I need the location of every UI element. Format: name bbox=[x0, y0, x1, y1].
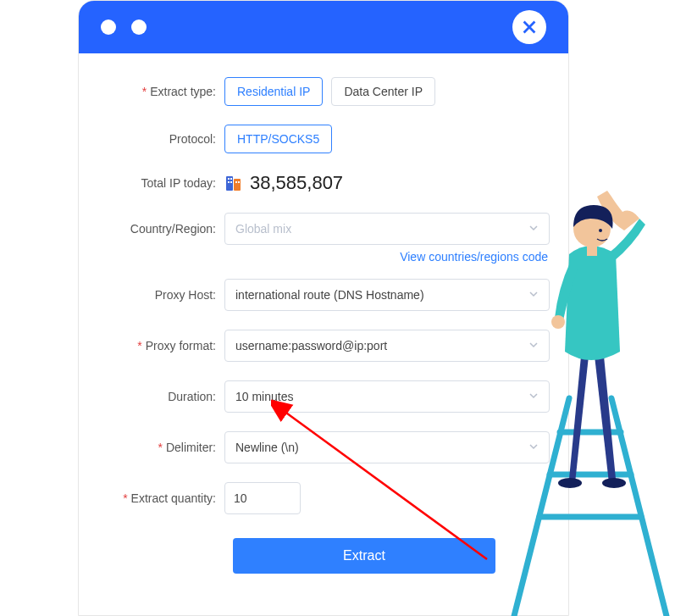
chevron-down-icon bbox=[528, 288, 539, 302]
window-dot bbox=[101, 19, 116, 35]
duration-select[interactable]: 10 minutes bbox=[224, 380, 550, 413]
svg-rect-19 bbox=[587, 244, 597, 256]
country-region-select[interactable]: Global mix bbox=[224, 213, 550, 245]
close-button[interactable] bbox=[512, 10, 546, 44]
required-mark: * bbox=[137, 339, 141, 352]
svg-rect-6 bbox=[235, 181, 237, 183]
option-residential-ip[interactable]: Residential IP bbox=[224, 77, 323, 106]
svg-rect-1 bbox=[234, 179, 241, 191]
close-icon bbox=[520, 18, 539, 36]
country-region-value: Global mix bbox=[235, 222, 291, 236]
chevron-down-icon bbox=[528, 441, 539, 454]
delimiter-value: Newline (\n) bbox=[235, 441, 299, 454]
proxy-host-value: international route (DNS Hostname) bbox=[235, 288, 424, 302]
svg-rect-4 bbox=[228, 181, 230, 183]
total-ip-value: 38,585,807 bbox=[250, 172, 343, 194]
svg-line-10 bbox=[611, 398, 667, 616]
option-protocol[interactable]: HTTP/SOCKS5 bbox=[224, 125, 332, 153]
proxy-format-select[interactable]: username:password@ip:port bbox=[224, 330, 550, 362]
proxy-format-value: username:password@ip:port bbox=[235, 339, 387, 352]
chevron-down-icon bbox=[528, 339, 539, 352]
settings-window: *Extract type: Residential IP Data Cente… bbox=[78, 0, 569, 616]
required-mark: * bbox=[158, 441, 162, 454]
label-extract-type: Extract type: bbox=[150, 85, 216, 98]
label-duration: Duration: bbox=[168, 390, 216, 403]
svg-rect-5 bbox=[230, 181, 232, 183]
chevron-down-icon bbox=[528, 390, 539, 403]
window-dot bbox=[131, 19, 147, 35]
duration-value: 10 minutes bbox=[235, 390, 293, 403]
titlebar bbox=[79, 1, 568, 53]
option-data-center-ip[interactable]: Data Center IP bbox=[331, 77, 435, 106]
svg-rect-2 bbox=[228, 178, 230, 180]
total-ip-value-group: 38,585,807 bbox=[224, 172, 343, 194]
required-mark: * bbox=[142, 85, 147, 98]
chevron-down-icon bbox=[528, 222, 539, 236]
label-total-ip: Total IP today: bbox=[141, 176, 216, 190]
svg-point-18 bbox=[599, 229, 602, 232]
label-proxy-host: Proxy Host: bbox=[155, 288, 216, 302]
quantity-input[interactable] bbox=[224, 482, 301, 514]
svg-point-17 bbox=[573, 210, 611, 247]
extract-button[interactable]: Extract bbox=[233, 538, 495, 574]
delimiter-select[interactable]: Newline (\n) bbox=[224, 431, 550, 463]
label-quantity: Extract quantity: bbox=[131, 491, 216, 505]
label-protocol: Protocol: bbox=[169, 132, 216, 146]
label-proxy-format: Proxy format: bbox=[146, 339, 216, 352]
svg-rect-3 bbox=[230, 178, 232, 180]
label-delimiter: Delimiter: bbox=[166, 441, 216, 454]
proxy-host-select[interactable]: international route (DNS Hostname) bbox=[224, 279, 550, 311]
label-country: Country/Region: bbox=[130, 222, 216, 236]
required-mark: * bbox=[123, 491, 127, 505]
window-dots bbox=[101, 19, 147, 35]
building-icon bbox=[224, 174, 243, 192]
svg-rect-7 bbox=[238, 181, 240, 183]
svg-point-15 bbox=[602, 478, 626, 488]
view-countries-link[interactable]: View countries/regions code bbox=[400, 250, 548, 264]
form: *Extract type: Residential IP Data Cente… bbox=[79, 53, 568, 574]
